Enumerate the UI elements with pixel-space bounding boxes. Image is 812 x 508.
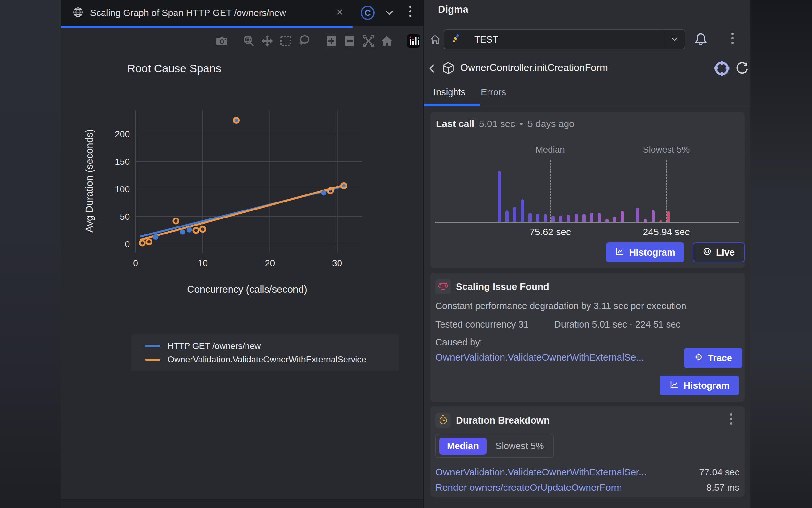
autoscale-icon[interactable] [361,34,375,48]
svg-text:0: 0 [125,239,130,249]
browser-window: 0102030050100150200Root Cause SpansConcu… [61,0,423,508]
digma-panel: Digma TEST [423,0,750,508]
scaling-description: Constant performance degradation by 3.11… [435,301,686,311]
last-call-card: Last call 5.01 sec • 5 days ago Median S… [430,112,745,268]
environment-select[interactable]: TEST [444,30,685,49]
tab-title: Scaling Graph of Span HTTP GET /owners/n… [90,8,286,18]
histogram-bar [582,214,586,222]
histogram-baseline [435,222,739,223]
zoom-out-icon[interactable] [343,34,357,48]
browser-tab[interactable]: Scaling Graph of Span HTTP GET /owners/n… [61,0,286,26]
card-title: Duration Breakdown [456,415,550,426]
circle-c-logo[interactable]: C [361,6,375,20]
bell-icon[interactable] [694,32,708,47]
legend-item[interactable]: OwnerValidation.ValidateOwnerWithExterna… [145,353,399,366]
card-title: Scaling Issue Found [456,281,549,292]
kebab-menu-icon[interactable] [409,6,412,17]
telescope-icon [450,33,461,45]
icon-box [435,279,451,294]
histogram-bar [552,216,555,222]
histogram-bar [575,214,578,222]
legend-line-sample [145,358,160,361]
slowest-marker-label: Slowest 5% [625,144,708,155]
chevron-down-icon[interactable] [384,8,394,19]
span-link[interactable]: Render owners/createOrUpdateOwnerForm [435,482,622,493]
svg-text:Root Cause Spans: Root Cause Spans [127,62,221,75]
span-header-row: OwnerController.initCreationForm [424,58,750,79]
environment-value: TEST [474,34,664,45]
zoom-in-icon[interactable] [324,34,338,48]
tab-insights[interactable]: Insights [433,87,466,97]
legend-label: HTTP GET /owners/new [168,341,261,351]
back-chevron-icon[interactable] [427,63,437,76]
svg-text:0: 0 [133,258,138,268]
refresh-icon[interactable] [735,61,749,77]
svg-text:Avg Duration (seconds): Avg Duration (seconds) [84,129,95,232]
svg-text:20: 20 [265,258,275,268]
trace-button[interactable]: Trace [684,348,742,368]
histogram-bar [606,219,609,222]
scaling-chart: 0102030050100150200Root Cause SpansConcu… [61,0,423,499]
live-record-icon [703,247,712,258]
scaling-issue-card: Scaling Issue Found Constant performance… [430,272,745,402]
chart-toolbar [215,34,425,48]
span-title: OwnerController.initCreationForm [460,62,608,74]
breakdown-row: OwnerValidation.ValidateOwnerWithExterna… [435,465,739,480]
kebab-menu-icon[interactable] [731,33,734,44]
box-select-icon[interactable] [279,34,293,48]
pan-icon[interactable] [260,34,274,48]
tab-errors[interactable]: Errors [481,87,506,97]
desktop-left-strip [0,0,61,508]
panel-title: Digma [438,4,468,15]
last-call-row: Last call 5.01 sec • 5 days ago [436,118,574,129]
legend-label: OwnerValidation.ValidateOwnerWithExterna… [168,355,366,365]
chevron-down-icon[interactable] [664,30,685,49]
kebab-menu-icon[interactable] [730,413,732,424]
histogram-bar [544,214,547,222]
span-link[interactable]: OwnerValidation.ValidateOwnerWithExterna… [435,352,644,363]
histogram-bar [590,213,593,222]
divider [424,107,750,108]
toggle-slowest[interactable]: Slowest 5% [489,438,551,455]
live-button-label: Live [716,247,735,258]
home-icon[interactable] [429,33,441,47]
toggle-median[interactable]: Median [439,438,486,455]
lasso-select-icon[interactable] [297,34,312,48]
svg-text:Concurrency (calls/second): Concurrency (calls/second) [187,284,307,295]
histogram-bar [667,211,670,222]
histogram-button-label: Histogram [683,380,729,391]
svg-text:10: 10 [198,258,208,268]
trace-button-label: Trace [708,353,732,364]
zoom-icon[interactable] [242,34,256,48]
browser-tab-bar: Scaling Graph of Span HTTP GET /owners/n… [61,0,423,26]
plotly-logo-icon[interactable] [407,34,421,48]
histogram-button[interactable]: Histogram [606,243,684,262]
histogram-bar [567,215,570,222]
desktop-right-strip [750,0,812,508]
histogram-bar [559,216,562,222]
separator-dot: • [520,118,523,129]
target-scope-icon[interactable] [714,60,730,78]
span-link[interactable]: OwnerValidation.ValidateOwnerWithExterna… [435,467,647,478]
tested-concurrency: Tested concurrency 31 [435,319,529,330]
histogram-bar [513,207,516,222]
live-button[interactable]: Live [693,243,745,262]
histogram-bar [598,213,601,222]
legend-item[interactable]: HTTP GET /owners/new [145,339,399,353]
median-marker-label: Median [509,144,592,155]
svg-text:100: 100 [115,184,130,194]
svg-text:50: 50 [120,212,130,222]
reset-axes-home-icon[interactable] [380,34,394,48]
cube-icon [441,61,455,77]
screen: 0102030050100150200Root Cause SpansConcu… [0,0,812,508]
histogram-bar [498,171,501,222]
camera-icon[interactable] [215,34,229,48]
histogram-button[interactable]: Histogram [660,376,739,395]
duration-breakdown-card: Duration Breakdown Median Slowest 5% Own… [430,406,745,497]
chart-legend[interactable]: HTTP GET /owners/new OwnerValidation.Val… [131,334,399,371]
close-icon[interactable]: × [336,5,343,19]
histogram-bar [528,213,532,222]
svg-text:30: 30 [332,258,342,268]
chart-line-icon [615,247,625,258]
histogram-bar [613,217,616,222]
